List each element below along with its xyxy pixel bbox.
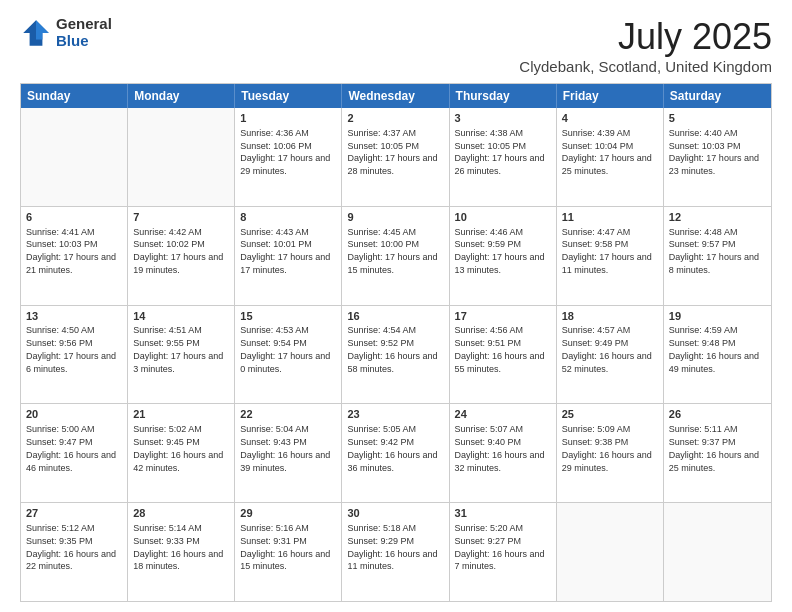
day-number: 13	[26, 309, 122, 324]
cell-info: Sunrise: 4:45 AMSunset: 10:00 PMDaylight…	[347, 227, 437, 275]
day-number: 8	[240, 210, 336, 225]
main-title: July 2025	[519, 16, 772, 58]
cal-cell: 16Sunrise: 4:54 AMSunset: 9:52 PMDayligh…	[342, 306, 449, 404]
cal-cell: 14Sunrise: 4:51 AMSunset: 9:55 PMDayligh…	[128, 306, 235, 404]
cal-cell: 28Sunrise: 5:14 AMSunset: 9:33 PMDayligh…	[128, 503, 235, 601]
cal-header-friday: Friday	[557, 84, 664, 108]
day-number: 14	[133, 309, 229, 324]
cal-cell	[664, 503, 771, 601]
cal-cell	[21, 108, 128, 206]
cell-info: Sunrise: 4:57 AMSunset: 9:49 PMDaylight:…	[562, 325, 652, 373]
cal-row-4: 20Sunrise: 5:00 AMSunset: 9:47 PMDayligh…	[21, 403, 771, 502]
cal-header-wednesday: Wednesday	[342, 84, 449, 108]
cal-header-saturday: Saturday	[664, 84, 771, 108]
cal-cell: 24Sunrise: 5:07 AMSunset: 9:40 PMDayligh…	[450, 404, 557, 502]
svg-marker-1	[36, 20, 49, 39]
day-number: 31	[455, 506, 551, 521]
cal-cell: 11Sunrise: 4:47 AMSunset: 9:58 PMDayligh…	[557, 207, 664, 305]
cal-cell: 21Sunrise: 5:02 AMSunset: 9:45 PMDayligh…	[128, 404, 235, 502]
cell-info: Sunrise: 5:12 AMSunset: 9:35 PMDaylight:…	[26, 523, 116, 571]
cal-cell: 1Sunrise: 4:36 AMSunset: 10:06 PMDayligh…	[235, 108, 342, 206]
cell-info: Sunrise: 4:53 AMSunset: 9:54 PMDaylight:…	[240, 325, 330, 373]
day-number: 17	[455, 309, 551, 324]
day-number: 9	[347, 210, 443, 225]
day-number: 23	[347, 407, 443, 422]
title-block: July 2025 Clydebank, Scotland, United Ki…	[519, 16, 772, 75]
day-number: 28	[133, 506, 229, 521]
cell-info: Sunrise: 4:54 AMSunset: 9:52 PMDaylight:…	[347, 325, 437, 373]
cell-info: Sunrise: 4:50 AMSunset: 9:56 PMDaylight:…	[26, 325, 116, 373]
day-number: 5	[669, 111, 766, 126]
day-number: 27	[26, 506, 122, 521]
cal-cell: 3Sunrise: 4:38 AMSunset: 10:05 PMDayligh…	[450, 108, 557, 206]
cal-cell: 2Sunrise: 4:37 AMSunset: 10:05 PMDayligh…	[342, 108, 449, 206]
cell-info: Sunrise: 5:02 AMSunset: 9:45 PMDaylight:…	[133, 424, 223, 472]
cal-cell: 15Sunrise: 4:53 AMSunset: 9:54 PMDayligh…	[235, 306, 342, 404]
cal-cell: 23Sunrise: 5:05 AMSunset: 9:42 PMDayligh…	[342, 404, 449, 502]
cell-info: Sunrise: 4:38 AMSunset: 10:05 PMDaylight…	[455, 128, 545, 176]
cal-row-3: 13Sunrise: 4:50 AMSunset: 9:56 PMDayligh…	[21, 305, 771, 404]
logo-blue-text: Blue	[56, 33, 112, 50]
cal-row-5: 27Sunrise: 5:12 AMSunset: 9:35 PMDayligh…	[21, 502, 771, 601]
cell-info: Sunrise: 4:40 AMSunset: 10:03 PMDaylight…	[669, 128, 759, 176]
cell-info: Sunrise: 5:16 AMSunset: 9:31 PMDaylight:…	[240, 523, 330, 571]
day-number: 10	[455, 210, 551, 225]
calendar-header-row: SundayMondayTuesdayWednesdayThursdayFrid…	[21, 84, 771, 108]
cal-cell: 5Sunrise: 4:40 AMSunset: 10:03 PMDayligh…	[664, 108, 771, 206]
logo: General Blue	[20, 16, 112, 49]
cal-cell: 29Sunrise: 5:16 AMSunset: 9:31 PMDayligh…	[235, 503, 342, 601]
day-number: 20	[26, 407, 122, 422]
cal-cell: 8Sunrise: 4:43 AMSunset: 10:01 PMDayligh…	[235, 207, 342, 305]
cal-cell: 7Sunrise: 4:42 AMSunset: 10:02 PMDayligh…	[128, 207, 235, 305]
cal-cell: 4Sunrise: 4:39 AMSunset: 10:04 PMDayligh…	[557, 108, 664, 206]
cell-info: Sunrise: 4:36 AMSunset: 10:06 PMDaylight…	[240, 128, 330, 176]
cell-info: Sunrise: 5:14 AMSunset: 9:33 PMDaylight:…	[133, 523, 223, 571]
cal-cell: 19Sunrise: 4:59 AMSunset: 9:48 PMDayligh…	[664, 306, 771, 404]
day-number: 12	[669, 210, 766, 225]
cell-info: Sunrise: 4:51 AMSunset: 9:55 PMDaylight:…	[133, 325, 223, 373]
day-number: 7	[133, 210, 229, 225]
cal-header-thursday: Thursday	[450, 84, 557, 108]
cell-info: Sunrise: 4:39 AMSunset: 10:04 PMDaylight…	[562, 128, 652, 176]
cal-cell: 22Sunrise: 5:04 AMSunset: 9:43 PMDayligh…	[235, 404, 342, 502]
day-number: 26	[669, 407, 766, 422]
day-number: 4	[562, 111, 658, 126]
day-number: 18	[562, 309, 658, 324]
cell-info: Sunrise: 5:09 AMSunset: 9:38 PMDaylight:…	[562, 424, 652, 472]
cal-cell: 6Sunrise: 4:41 AMSunset: 10:03 PMDayligh…	[21, 207, 128, 305]
day-number: 2	[347, 111, 443, 126]
day-number: 16	[347, 309, 443, 324]
cal-header-tuesday: Tuesday	[235, 84, 342, 108]
cell-info: Sunrise: 5:07 AMSunset: 9:40 PMDaylight:…	[455, 424, 545, 472]
cal-header-sunday: Sunday	[21, 84, 128, 108]
header: General Blue July 2025 Clydebank, Scotla…	[20, 16, 772, 75]
cal-cell: 12Sunrise: 4:48 AMSunset: 9:57 PMDayligh…	[664, 207, 771, 305]
cal-cell: 13Sunrise: 4:50 AMSunset: 9:56 PMDayligh…	[21, 306, 128, 404]
day-number: 6	[26, 210, 122, 225]
subtitle: Clydebank, Scotland, United Kingdom	[519, 58, 772, 75]
cal-row-2: 6Sunrise: 4:41 AMSunset: 10:03 PMDayligh…	[21, 206, 771, 305]
day-number: 15	[240, 309, 336, 324]
cell-info: Sunrise: 5:04 AMSunset: 9:43 PMDaylight:…	[240, 424, 330, 472]
cell-info: Sunrise: 5:05 AMSunset: 9:42 PMDaylight:…	[347, 424, 437, 472]
cal-cell: 10Sunrise: 4:46 AMSunset: 9:59 PMDayligh…	[450, 207, 557, 305]
cell-info: Sunrise: 4:48 AMSunset: 9:57 PMDaylight:…	[669, 227, 759, 275]
cal-cell	[128, 108, 235, 206]
day-number: 3	[455, 111, 551, 126]
day-number: 25	[562, 407, 658, 422]
calendar-body: 1Sunrise: 4:36 AMSunset: 10:06 PMDayligh…	[21, 108, 771, 601]
cal-cell: 9Sunrise: 4:45 AMSunset: 10:00 PMDayligh…	[342, 207, 449, 305]
cell-info: Sunrise: 4:59 AMSunset: 9:48 PMDaylight:…	[669, 325, 759, 373]
cal-cell: 31Sunrise: 5:20 AMSunset: 9:27 PMDayligh…	[450, 503, 557, 601]
logo-icon	[20, 17, 52, 49]
cell-info: Sunrise: 4:46 AMSunset: 9:59 PMDaylight:…	[455, 227, 545, 275]
cal-cell: 26Sunrise: 5:11 AMSunset: 9:37 PMDayligh…	[664, 404, 771, 502]
logo-general-text: General	[56, 16, 112, 33]
cell-info: Sunrise: 4:56 AMSunset: 9:51 PMDaylight:…	[455, 325, 545, 373]
cell-info: Sunrise: 5:18 AMSunset: 9:29 PMDaylight:…	[347, 523, 437, 571]
day-number: 22	[240, 407, 336, 422]
day-number: 24	[455, 407, 551, 422]
cell-info: Sunrise: 5:11 AMSunset: 9:37 PMDaylight:…	[669, 424, 759, 472]
cell-info: Sunrise: 4:37 AMSunset: 10:05 PMDaylight…	[347, 128, 437, 176]
cal-cell: 30Sunrise: 5:18 AMSunset: 9:29 PMDayligh…	[342, 503, 449, 601]
